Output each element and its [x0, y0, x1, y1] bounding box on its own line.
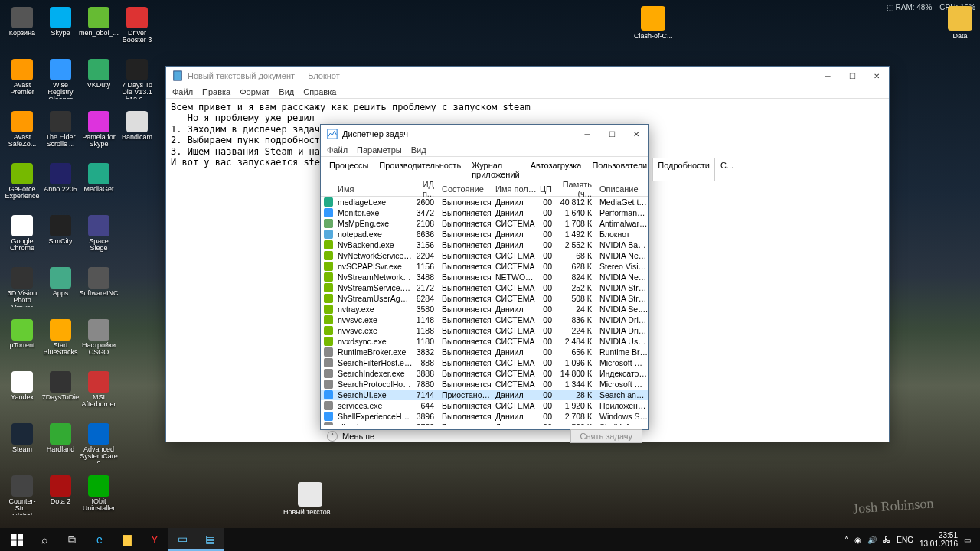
menu-item[interactable]: Параметры	[357, 145, 402, 155]
system-tray[interactable]: ˄ ◉ 🔊 🖧 ENG 23:51 13.01.2016 ▭	[844, 531, 977, 548]
desktop-icon[interactable]: men_oboi_...	[80, 6, 117, 57]
minimize-button[interactable]: ─	[815, 67, 840, 85]
taskmgr-titlebar[interactable]: Диспетчер задач ─ ☐ ✕	[321, 125, 648, 143]
tray-volume-icon[interactable]: 🔊	[867, 536, 877, 544]
table-row[interactable]: NvStreamUserAgent...6284ВыполняетсяСИСТЕ…	[321, 293, 648, 304]
table-row[interactable]: nvSCPAPISvr.exe1156ВыполняетсяСИСТЕМА006…	[321, 261, 648, 272]
menu-item[interactable]: Вид	[279, 87, 294, 96]
menu-item[interactable]: Справка	[303, 87, 336, 96]
table-row[interactable]: nvtray.exe3580ВыполняетсяДаниил0024 КNVI…	[321, 304, 648, 315]
start-button[interactable]	[3, 528, 31, 551]
table-row[interactable]: nvvsvc.exe1188ВыполняетсяСИСТЕМА00224 КN…	[321, 325, 648, 336]
notepad-taskbar-button[interactable]: ▭	[168, 528, 196, 551]
minimize-button[interactable]: ─	[575, 125, 599, 143]
desktop-icon[interactable]: Wise Registry Cleaner	[42, 58, 79, 109]
task-view-button[interactable]: ⧉	[58, 528, 86, 551]
desktop-icon[interactable]: The Elder Scrolls ...	[42, 110, 79, 161]
table-row[interactable]: NvStreamNetworkSe...3488ВыполняетсяNETWO…	[321, 272, 648, 282]
desktop-icon[interactable]: GeForce Experience	[4, 162, 41, 213]
maximize-button[interactable]: ☐	[840, 67, 864, 85]
desktop-icon[interactable]: Space Siege	[80, 214, 117, 265]
table-row[interactable]: SearchProtocolHost...7880ВыполняетсяСИСТ…	[321, 379, 648, 390]
column-header[interactable]: Имя	[321, 184, 413, 194]
menu-item[interactable]: Файл	[327, 145, 348, 155]
tab[interactable]: Процессы	[324, 158, 374, 181]
tab[interactable]: Автозагрузка	[525, 158, 587, 181]
desktop-icon[interactable]: Google Chrome	[4, 214, 41, 265]
tab[interactable]: Подробности	[652, 158, 715, 181]
desktop-icon[interactable]: MediaGet	[80, 162, 117, 213]
file-explorer-button[interactable]: ▇	[113, 528, 141, 551]
desktop-icon[interactable]: SimCity	[42, 214, 79, 265]
desktop-icon[interactable]: Skype	[42, 6, 79, 57]
table-row[interactable]: services.exe644ВыполняетсяСИСТЕМА001 920…	[321, 400, 648, 411]
desktop-icon[interactable]: Hardland	[42, 422, 79, 473]
tray-bandicam-icon[interactable]: ◉	[854, 536, 861, 544]
tray-network-icon[interactable]: 🖧	[883, 536, 890, 544]
table-row[interactable]: SearchIndexer.exe3888ВыполняетсяСИСТЕМА0…	[321, 368, 648, 379]
desktop-icon[interactable]: Clash-of-C...	[634, 6, 673, 40]
table-row[interactable]: nvvsvc.exe1148ВыполняетсяСИСТЕМА00836 КN…	[321, 315, 648, 325]
table-row[interactable]: MsMpEng.exe2108ВыполняетсяСИСТЕМА001 708…	[321, 218, 648, 229]
table-row[interactable]: NvNetworkService.exe2204ВыполняетсяСИСТЕ…	[321, 250, 648, 261]
desktop-icon[interactable]: Yandex	[4, 370, 41, 421]
tab[interactable]: С...	[715, 158, 739, 181]
menu-item[interactable]: Файл	[172, 87, 193, 96]
desktop-icon[interactable]: Корзина	[4, 6, 41, 57]
desktop-icon[interactable]: Avast Premier	[4, 58, 41, 109]
table-row[interactable]: sihost.exe2752ВыполняетсяДаниил00520 КSh…	[321, 422, 648, 425]
menu-item[interactable]: Вид	[411, 145, 426, 155]
close-button[interactable]: ✕	[864, 67, 889, 85]
menu-item[interactable]: Правка	[202, 87, 230, 96]
taskbar-clock[interactable]: 23:51 13.01.2016	[920, 531, 958, 548]
desktop-icon[interactable]: Новый текстов...	[283, 482, 336, 516]
taskmgr-column-headers[interactable]: ИмяИД п...СостояниеИмя польз...ЦППамять …	[321, 181, 648, 197]
desktop-icon[interactable]: Advanced SystemCare 9	[80, 422, 117, 473]
tab[interactable]: Производительность	[374, 158, 466, 181]
search-button[interactable]: ⌕	[31, 528, 58, 551]
taskmgr-process-table[interactable]: mediaget.exe2600ВыполняетсяДаниил0040 81…	[321, 197, 648, 425]
desktop-icon[interactable]: Pamela for Skype	[80, 110, 117, 161]
table-row[interactable]: mediaget.exe2600ВыполняетсяДаниил0040 81…	[321, 197, 648, 207]
yandex-button[interactable]: Y	[141, 528, 168, 551]
table-row[interactable]: Monitor.exe3472ВыполняетсяДаниил001 640 …	[321, 207, 648, 218]
table-row[interactable]: ShellExperienceHost...3896ВыполняетсяДан…	[321, 411, 648, 422]
table-row[interactable]: NvStreamService.exe2172ВыполняетсяСИСТЕМ…	[321, 282, 648, 293]
tray-chevron-icon[interactable]: ˄	[844, 536, 848, 544]
desktop-icon[interactable]: 7DaysToDie	[42, 370, 79, 421]
column-header[interactable]: Описание	[596, 184, 648, 194]
desktop-icon[interactable]: 7 Days To Die V13.1 b12 6...	[119, 58, 155, 109]
menu-item[interactable]: Формат	[240, 87, 270, 96]
desktop-icon[interactable]: Dota 2	[42, 474, 79, 525]
desktop-icon[interactable]: Steam	[4, 422, 41, 473]
notepad-titlebar[interactable]: Новый текстовый документ — Блокнот ─ ☐ ✕	[166, 67, 889, 85]
table-row[interactable]: NvBackend.exe3156ВыполняетсяДаниил002 55…	[321, 240, 648, 250]
table-row[interactable]: SearchUI.exe7144Приостановл...Даниил0028…	[321, 390, 648, 400]
taskbar[interactable]: ⌕ ⧉ e ▇ Y ▭ ▤ ˄ ◉ 🔊 🖧 ENG 23:51 13.01.20…	[0, 528, 980, 551]
desktop-icon[interactable]: Anno 2205	[42, 162, 79, 213]
end-task-button[interactable]: Снять задачу	[570, 429, 643, 443]
column-header[interactable]: Память (ч...	[557, 180, 596, 198]
desktop[interactable]: ⬚ RAM: 48% CPU: 16% КорзинаSkypemen_oboi…	[0, 0, 980, 551]
column-header[interactable]: ИД п...	[413, 180, 439, 198]
column-header[interactable]: ЦП	[538, 184, 557, 194]
edge-button[interactable]: e	[86, 528, 113, 551]
column-header[interactable]: Имя польз...	[492, 184, 538, 194]
taskmgr-taskbar-button[interactable]: ▤	[196, 528, 224, 551]
notification-center-icon[interactable]: ▭	[964, 536, 971, 544]
desktop-icon[interactable]: IObit Uninstaller	[80, 474, 117, 525]
close-button[interactable]: ✕	[624, 125, 648, 143]
desktop-icon[interactable]: SoftwareINC	[80, 266, 117, 317]
task-manager-window[interactable]: Диспетчер задач ─ ☐ ✕ ФайлПараметрыВид П…	[320, 124, 649, 430]
desktop-icon[interactable]: Apps	[42, 266, 79, 317]
desktop-icon[interactable]: Counter-Str... Global Offe...	[4, 474, 41, 525]
desktop-icon[interactable]: Avast SafeZo...	[4, 110, 41, 161]
desktop-icon[interactable]: Bandicam	[119, 110, 155, 161]
tray-language[interactable]: ENG	[897, 536, 913, 544]
fewer-details-toggle[interactable]: ˄ Меньше	[327, 431, 374, 442]
table-row[interactable]: SearchFilterHost.exe888ВыполняетсяСИСТЕМ…	[321, 357, 648, 368]
desktop-icon[interactable]: µTorrent	[4, 318, 41, 369]
table-row[interactable]: notepad.exe6636ВыполняетсяДаниил001 492 …	[321, 229, 648, 240]
maximize-button[interactable]: ☐	[599, 125, 624, 143]
tab[interactable]: Журнал приложений	[466, 158, 525, 181]
